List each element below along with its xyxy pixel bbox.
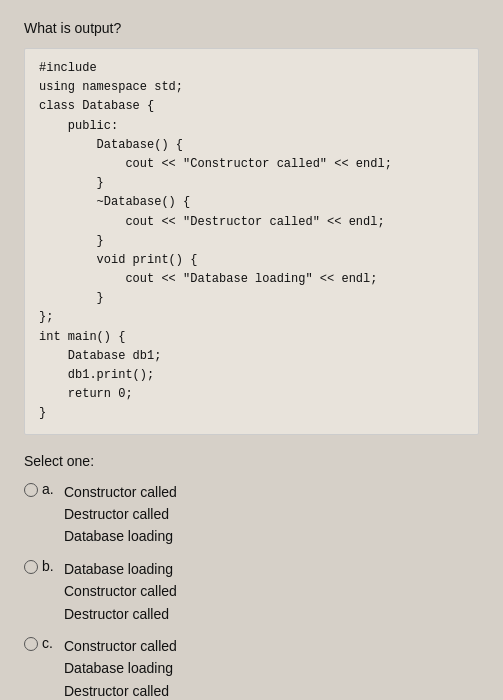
- option-b-line-1: Database loading: [64, 558, 177, 580]
- option-b[interactable]: b. Database loading Constructor called D…: [24, 558, 479, 625]
- code-line: }: [39, 232, 464, 251]
- code-line: db1.print();: [39, 366, 464, 385]
- code-line: };: [39, 308, 464, 327]
- code-line: }: [39, 404, 464, 423]
- code-line: using namespace std;: [39, 78, 464, 97]
- option-text-b: Database loading Constructor called Dest…: [64, 558, 177, 625]
- code-line: cout << "Database loading" << endl;: [39, 270, 464, 289]
- option-text-a: Constructor called Destructor called Dat…: [64, 481, 177, 548]
- code-line: cout << "Constructor called" << endl;: [39, 155, 464, 174]
- code-line: #include: [39, 59, 464, 78]
- radio-circle-c[interactable]: [24, 637, 38, 651]
- radio-a[interactable]: [24, 483, 38, 497]
- option-letter-c: c.: [42, 635, 64, 651]
- option-c-line-2: Database loading: [64, 657, 177, 679]
- option-a-line-3: Database loading: [64, 525, 177, 547]
- code-line: }: [39, 289, 464, 308]
- code-line: void print() {: [39, 251, 464, 270]
- code-line: int main() {: [39, 328, 464, 347]
- select-one-label: Select one:: [24, 453, 479, 469]
- option-a[interactable]: a. Constructor called Destructor called …: [24, 481, 479, 548]
- option-c[interactable]: c. Constructor called Database loading D…: [24, 635, 479, 700]
- code-line: public:: [39, 117, 464, 136]
- option-b-line-2: Constructor called: [64, 580, 177, 602]
- code-line: cout << "Destructor called" << endl;: [39, 213, 464, 232]
- code-line: }: [39, 174, 464, 193]
- code-line: Database db1;: [39, 347, 464, 366]
- radio-circle-a[interactable]: [24, 483, 38, 497]
- code-line: return 0;: [39, 385, 464, 404]
- code-line: Database() {: [39, 136, 464, 155]
- radio-b[interactable]: [24, 560, 38, 574]
- code-line: ~Database() {: [39, 193, 464, 212]
- option-a-line-1: Constructor called: [64, 481, 177, 503]
- code-block: #include using namespace std; class Data…: [24, 48, 479, 435]
- code-line: class Database {: [39, 97, 464, 116]
- option-c-line-1: Constructor called: [64, 635, 177, 657]
- option-b-line-3: Destructor called: [64, 603, 177, 625]
- question-title: What is output?: [24, 20, 479, 36]
- options-list: a. Constructor called Destructor called …: [24, 481, 479, 700]
- option-letter-b: b.: [42, 558, 64, 574]
- radio-c[interactable]: [24, 637, 38, 651]
- option-c-line-3: Destructor called: [64, 680, 177, 700]
- option-letter-a: a.: [42, 481, 64, 497]
- option-a-line-2: Destructor called: [64, 503, 177, 525]
- radio-circle-b[interactable]: [24, 560, 38, 574]
- option-text-c: Constructor called Database loading Dest…: [64, 635, 177, 700]
